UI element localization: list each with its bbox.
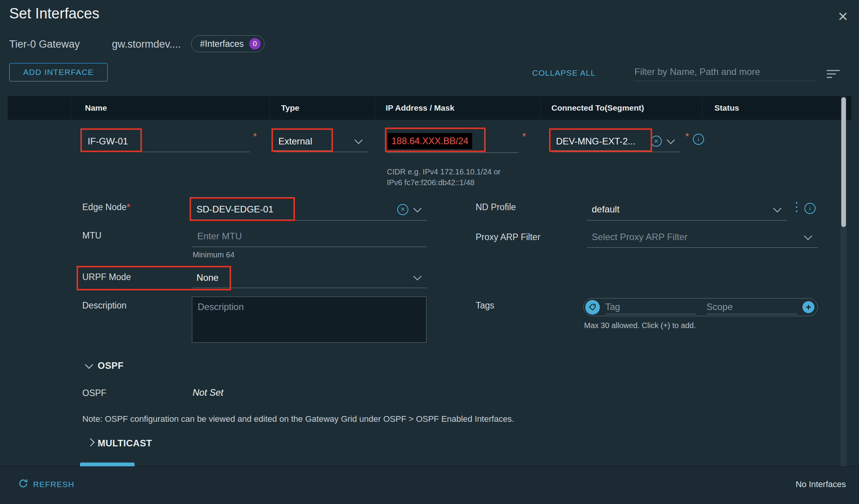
interfaces-badge-label: #Interfaces — [200, 39, 244, 49]
info-icon[interactable]: i — [693, 134, 704, 145]
scope-input[interactable]: Scope — [707, 300, 797, 314]
ip-hint-line1: CIDR e.g. IPv4 172.16.10.1/24 or — [387, 167, 501, 176]
name-required-marker: * — [253, 131, 257, 141]
column-header-type[interactable]: Type — [281, 103, 299, 113]
kebab-menu-icon[interactable]: ⋮ — [791, 201, 803, 213]
edge-node-label: Edge Node — [82, 202, 127, 212]
chevron-down-icon[interactable] — [413, 204, 421, 212]
clear-icon[interactable]: ✕ — [651, 136, 662, 147]
multicast-section-chevron-right-icon[interactable] — [87, 438, 95, 446]
mtu-input[interactable] — [196, 230, 423, 242]
nd-profile-label: ND Profile — [476, 202, 516, 212]
chevron-down-icon[interactable] — [804, 232, 812, 240]
collapse-all-button[interactable]: COLLAPSE ALL — [532, 68, 596, 78]
tag-icon — [585, 300, 600, 315]
refresh-button[interactable]: REFRESH — [33, 480, 74, 489]
scrollbar-track[interactable] — [841, 96, 847, 466]
info-icon[interactable]: i — [804, 203, 816, 214]
connected-to-value: DEV-MNG-EXT-2... — [556, 136, 636, 147]
mtu-hint: Minimum 64 — [193, 250, 235, 259]
add-interface-button[interactable]: ADD INTERFACE — [9, 63, 108, 81]
page-title: Set Interfaces — [9, 5, 99, 22]
proxy-arp-label: Proxy ARP Filter — [476, 232, 540, 242]
ospf-note: Note: OSPF configuration can be viewed a… — [82, 414, 514, 424]
filter-icon[interactable] — [827, 68, 841, 78]
edge-node-select[interactable]: SD-DEV-EDGE-01 ✕ — [192, 199, 427, 220]
chevron-down-icon[interactable] — [773, 204, 781, 212]
nd-profile-value: default — [592, 204, 619, 215]
add-tag-button[interactable]: + — [802, 301, 814, 313]
close-icon[interactable]: ✕ — [837, 10, 849, 23]
set-interfaces-dialog: Set Interfaces ✕ Tier-0 Gateway gw.storm… — [0, 0, 859, 504]
breadcrumb-gateway-name[interactable]: gw.stormdev.... — [112, 38, 181, 50]
column-separator — [70, 96, 71, 120]
ip-address-field[interactable]: 188.64.XXX.BB/24 — [387, 129, 518, 153]
ip-required-marker: * — [522, 131, 526, 141]
chevron-down-icon[interactable] — [667, 136, 675, 144]
footer-bar: REFRESH No Interfaces — [0, 466, 859, 504]
filter-input[interactable] — [634, 63, 816, 81]
description-textarea[interactable] — [192, 297, 426, 343]
description-label: Description — [82, 300, 127, 311]
name-field[interactable] — [82, 131, 250, 152]
connected-to-select[interactable]: DEV-MNG-EXT-2... ✕ — [551, 131, 681, 152]
chevron-down-icon[interactable] — [413, 272, 421, 280]
column-header-name[interactable]: Name — [85, 103, 107, 113]
connected-required-marker: * — [685, 131, 689, 141]
table-header: Name Type IP Address / Mask Connected To… — [8, 96, 851, 120]
chevron-down-icon[interactable] — [355, 136, 363, 144]
ospf-section-chevron-down-icon[interactable] — [85, 361, 93, 369]
proxy-arp-select[interactable]: Select Proxy ARP Filter — [587, 227, 818, 248]
ospf-field-label: OSPF — [82, 388, 107, 398]
mtu-field[interactable] — [192, 226, 427, 247]
tags-label: Tags — [476, 300, 494, 311]
ospf-section-header[interactable]: OSPF — [98, 360, 123, 371]
ospf-value: Not Set — [193, 387, 223, 398]
column-separator — [270, 96, 270, 120]
edge-node-value: SD-DEV-EDGE-01 — [196, 204, 273, 215]
tags-hint: Max 30 allowed. Click (+) to add. — [584, 321, 696, 330]
ip-hint-line2: IPv6 fc7e:f206:db42::1/48 — [387, 178, 474, 187]
interfaces-count-badge: 0 — [249, 38, 261, 50]
column-header-ip[interactable]: IP Address / Mask — [386, 103, 454, 113]
multicast-section-header[interactable]: MULTICAST — [98, 438, 152, 449]
scrollbar-thumb[interactable] — [841, 97, 846, 227]
name-input[interactable] — [87, 136, 246, 147]
column-separator — [375, 96, 375, 120]
tags-input-group[interactable]: Tag Scope + — [583, 298, 818, 316]
footer-status: No Interfaces — [796, 479, 846, 489]
edge-node-required-marker: * — [127, 202, 130, 212]
breadcrumb-gateway-type: Tier-0 Gateway — [9, 38, 80, 50]
column-separator — [540, 96, 541, 120]
column-header-connected[interactable]: Connected To(Segment) — [551, 103, 644, 113]
urpf-mode-select[interactable]: None — [192, 267, 427, 288]
clear-icon[interactable]: ✕ — [397, 204, 408, 215]
mtu-label: MTU — [82, 230, 102, 241]
urpf-mode-value: None — [196, 272, 218, 283]
refresh-icon[interactable] — [18, 478, 28, 490]
interfaces-badge-pill[interactable]: #Interfaces 0 — [191, 35, 265, 52]
proxy-arp-placeholder: Select Proxy ARP Filter — [592, 232, 688, 242]
type-select[interactable]: External — [274, 131, 368, 152]
type-select-value: External — [278, 136, 312, 147]
save-button-partial[interactable] — [80, 463, 135, 466]
ip-address-value[interactable]: 188.64.XXX.BB/24 — [388, 133, 472, 149]
column-header-status[interactable]: Status — [714, 103, 739, 113]
tag-input[interactable]: Tag — [605, 300, 696, 314]
nd-profile-select[interactable]: default — [587, 199, 787, 220]
urpf-mode-label: URPF Mode — [82, 272, 131, 282]
edge-node-label-wrap: Edge Node* — [82, 202, 130, 212]
column-separator — [702, 96, 703, 120]
